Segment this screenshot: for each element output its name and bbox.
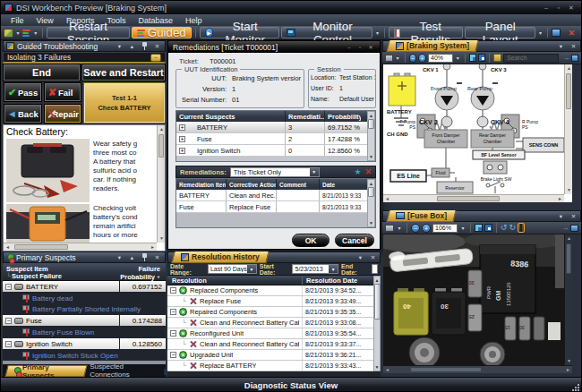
close-icon[interactable]: ✕ bbox=[368, 253, 378, 262]
battery-symbol[interactable]: BATTERY bbox=[387, 73, 415, 115]
chevron-up-icon[interactable]: ▴ bbox=[127, 42, 137, 51]
history-column-headers[interactable]: Resolution Resolution Date bbox=[167, 276, 381, 285]
history-row[interactable]: └Clean and Reconnect Battery Cables 8/21… bbox=[167, 339, 381, 350]
scroll-up-icon[interactable]: ▲ bbox=[369, 180, 373, 187]
start-monitor-button[interactable]: ▶ Start Monitor bbox=[200, 27, 279, 38]
scrollbar-thumb[interactable] bbox=[374, 284, 381, 320]
scrollbar-thumb[interactable] bbox=[158, 134, 164, 158]
scroll-right-icon[interactable]: ► bbox=[564, 366, 572, 374]
menu-item-database[interactable]: Database bbox=[132, 14, 179, 26]
fuse-30[interactable]: 30 bbox=[432, 288, 466, 335]
zoom-out-icon[interactable]: − bbox=[411, 224, 420, 233]
scroll-right-icon[interactable]: ► bbox=[149, 243, 157, 251]
scroll-down-icon[interactable]: ▼ bbox=[375, 363, 380, 371]
scrollbar-thumb[interactable] bbox=[368, 119, 374, 129]
grid-icon[interactable] bbox=[469, 54, 476, 62]
start-date-picker[interactable]: 5/23/2013 ▾ bbox=[292, 264, 338, 274]
history-row[interactable]: └Clean and Reconnect Battery Cables 8/21… bbox=[167, 318, 381, 328]
history-row[interactable]: −✕Replaced Components 8/21/2013 9:34:52.… bbox=[167, 285, 381, 296]
chevron-down-icon[interactable]: ▾ bbox=[556, 42, 566, 51]
tab-primary-suspects[interactable]: Primary Suspects bbox=[4, 365, 87, 377]
menu-item-file[interactable]: File bbox=[4, 14, 30, 26]
collapse-box-icon[interactable]: − bbox=[170, 330, 176, 337]
monitor-control-button[interactable]: Monitor Control bbox=[281, 27, 372, 38]
collapse-box-icon[interactable]: − bbox=[5, 341, 12, 347]
scroll-up-icon[interactable]: ▲ bbox=[158, 125, 166, 133]
collapse-box-icon[interactable]: − bbox=[170, 309, 176, 315]
dialog-suspect-row-battery[interactable]: +BATTERY 3 69.7152 % bbox=[176, 122, 375, 133]
scroll-left-icon[interactable]: ◄ bbox=[383, 366, 391, 374]
redo-icon[interactable]: ↻ bbox=[509, 224, 517, 232]
tab-fuse-box[interactable]: [Fuse Box] bbox=[386, 210, 456, 222]
instruction-vertical-scrollbar[interactable]: ▲ ▼ bbox=[157, 125, 165, 243]
column-resolution[interactable]: Resolution bbox=[167, 277, 207, 285]
suspect-row-fuse[interactable]: − Fuse bbox=[3, 315, 119, 326]
panel-layout-button[interactable]: Panel Layout bbox=[465, 27, 535, 38]
end-button[interactable]: End bbox=[3, 64, 81, 81]
ok-button[interactable]: OK bbox=[292, 234, 330, 247]
es-line-symbol[interactable]: ES Line bbox=[390, 170, 426, 182]
test-results-button[interactable]: Test Results bbox=[389, 27, 464, 38]
chevron-down-icon[interactable]: ▾ bbox=[115, 42, 124, 51]
zoom-level-input[interactable] bbox=[428, 54, 453, 63]
rear-damper-chamber-symbol[interactable]: Rear Damper Chamber bbox=[471, 130, 514, 148]
close-icon[interactable]: ✕ bbox=[366, 43, 375, 51]
fusebox-photo-canvas[interactable]: 8386 PWR GM 13500126 40 bbox=[383, 234, 572, 365]
pass-button[interactable]: ✔ Pass bbox=[4, 82, 42, 102]
suspect-row-fuse-blown[interactable]: Battery Fuse Blown bbox=[3, 327, 166, 337]
fuse-30-small[interactable]: 30 bbox=[468, 270, 482, 297]
fluid-symbol[interactable]: Fluid bbox=[432, 168, 449, 177]
scroll-up-icon[interactable]: ▲ bbox=[375, 277, 380, 284]
history-row[interactable]: −✕Repaired Components 8/21/2013 9:35:35.… bbox=[167, 307, 381, 318]
column-suspect-failure[interactable]: └ Suspect Failure bbox=[6, 272, 62, 280]
column-failure-probability[interactable]: Failure Probability▼ bbox=[120, 265, 160, 281]
history-vertical-scrollbar[interactable]: ▲ ▼ bbox=[373, 276, 381, 371]
zoom-in-icon[interactable]: + bbox=[422, 224, 431, 233]
dialog-suspect-row-ignition[interactable]: +Ignition Switch 0 12.8560 % bbox=[176, 145, 375, 157]
fuse-15-small[interactable]: 15 bbox=[505, 317, 516, 340]
scroll-up-icon[interactable]: ▲ bbox=[369, 112, 373, 119]
resize-grip[interactable] bbox=[572, 384, 579, 391]
close-icon[interactable]: ✕ bbox=[152, 42, 162, 51]
scrollbar-thumb[interactable] bbox=[368, 187, 374, 197]
photo-vertical-scrollbar[interactable]: ▲ ▼ bbox=[564, 234, 572, 365]
remediation-row-fuse[interactable]: Fuse Replace Fuse 8/21/2013 9:33... bbox=[176, 201, 375, 213]
scroll-left-icon[interactable]: ◄ bbox=[383, 195, 391, 203]
photo-horizontal-scrollbar[interactable]: ◄ ► bbox=[383, 365, 572, 373]
collapse-icon[interactable]: − bbox=[150, 54, 161, 62]
print-icon[interactable] bbox=[385, 55, 393, 62]
scroll-down-icon[interactable]: ▼ bbox=[369, 219, 373, 226]
column-resolution-date[interactable]: Resolution Date bbox=[302, 277, 357, 285]
chevron-down-icon[interactable]: ▾ bbox=[329, 265, 338, 273]
minimize-icon[interactable]: – bbox=[540, 3, 552, 13]
chevron-down-icon[interactable]: ▾ bbox=[15, 30, 21, 36]
panel-tool-icon[interactable] bbox=[570, 225, 578, 232]
chevron-down-icon[interactable]: ▾ bbox=[310, 168, 319, 176]
fuse-30-small-right[interactable]: 30 bbox=[519, 317, 530, 340]
zoom-in-icon[interactable]: + bbox=[418, 54, 426, 63]
suspect-row-battery-dead[interactable]: Battery dead bbox=[3, 293, 166, 303]
history-row[interactable]: └Replace BATTERY 8/21/2013 9:33:43... bbox=[167, 361, 381, 371]
schematic-vertical-scrollbar[interactable]: ▲ ▼ bbox=[564, 64, 572, 194]
collapse-box-icon[interactable]: − bbox=[5, 284, 12, 290]
scrollbar-thumb[interactable] bbox=[566, 243, 571, 274]
chevron-down-icon[interactable]: ▾ bbox=[374, 30, 381, 36]
bf-level-sensor-symbol[interactable]: BF Level Sensor bbox=[473, 150, 525, 174]
scroll-down-icon[interactable]: ▼ bbox=[369, 153, 373, 160]
scrollbar-thumb[interactable] bbox=[410, 367, 482, 372]
scrollbar-thumb[interactable] bbox=[566, 73, 571, 109]
suspect-row-ignition-stuck[interactable]: Ignition Switch Stuck Open bbox=[3, 350, 166, 361]
collapse-box-icon[interactable]: − bbox=[170, 352, 176, 358]
front-damper-chamber-symbol[interactable]: Front Damper Chamber bbox=[424, 130, 467, 148]
scrollbar-thumb[interactable] bbox=[437, 196, 500, 201]
current-test-button[interactable]: Test 1-1 Check BATTERY bbox=[83, 82, 166, 124]
fit-to-window-icon[interactable] bbox=[484, 224, 492, 232]
scroll-up-icon[interactable]: ▲ bbox=[565, 234, 573, 243]
front-pump-symbol[interactable]: Front Pump bbox=[431, 82, 462, 110]
screenshot-icon[interactable] bbox=[552, 29, 561, 37]
suspects-vertical-scrollbar[interactable]: ▲ ▼ bbox=[367, 111, 375, 161]
tab-braking-system[interactable]: [Braking System] bbox=[386, 40, 478, 52]
mode-bars-icon[interactable] bbox=[22, 30, 30, 37]
fuse-40-highlighted[interactable]: 40 bbox=[394, 288, 428, 335]
sens-conn-symbol[interactable]: SENS CONN bbox=[523, 138, 564, 152]
